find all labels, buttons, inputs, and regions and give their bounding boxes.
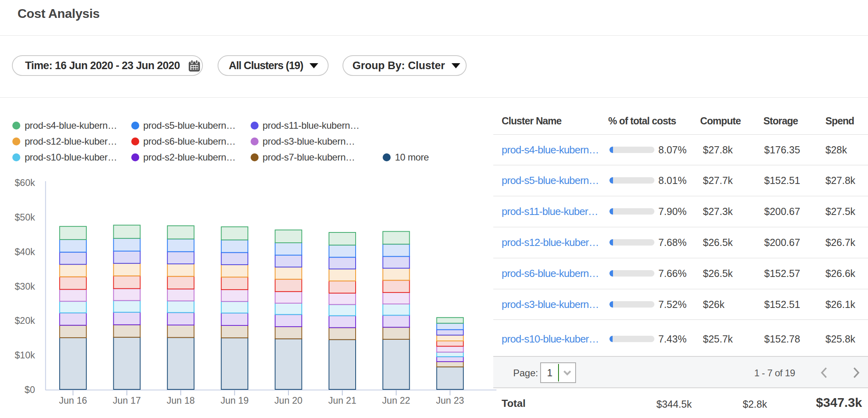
svg-text:Jun 17: Jun 17: [113, 395, 141, 406]
svg-text:Jun 18: Jun 18: [167, 395, 195, 406]
svg-text:Jun 16: Jun 16: [59, 395, 87, 406]
svg-text:$50k: $50k: [15, 212, 35, 223]
svg-text:Jun 22: Jun 22: [382, 395, 411, 406]
svg-text:$60k: $60k: [15, 178, 35, 188]
svg-text:Jun 20: Jun 20: [274, 395, 303, 406]
svg-text:$40k: $40k: [15, 247, 35, 257]
svg-text:Jun 19: Jun 19: [220, 395, 249, 406]
svg-text:$30k: $30k: [15, 281, 35, 292]
svg-text:Jun 23: Jun 23: [436, 395, 464, 406]
svg-text:$10k: $10k: [15, 350, 35, 360]
svg-text:Jun 21: Jun 21: [328, 395, 356, 406]
svg-text:$20k: $20k: [15, 315, 35, 326]
svg-text:$0: $0: [25, 385, 35, 395]
